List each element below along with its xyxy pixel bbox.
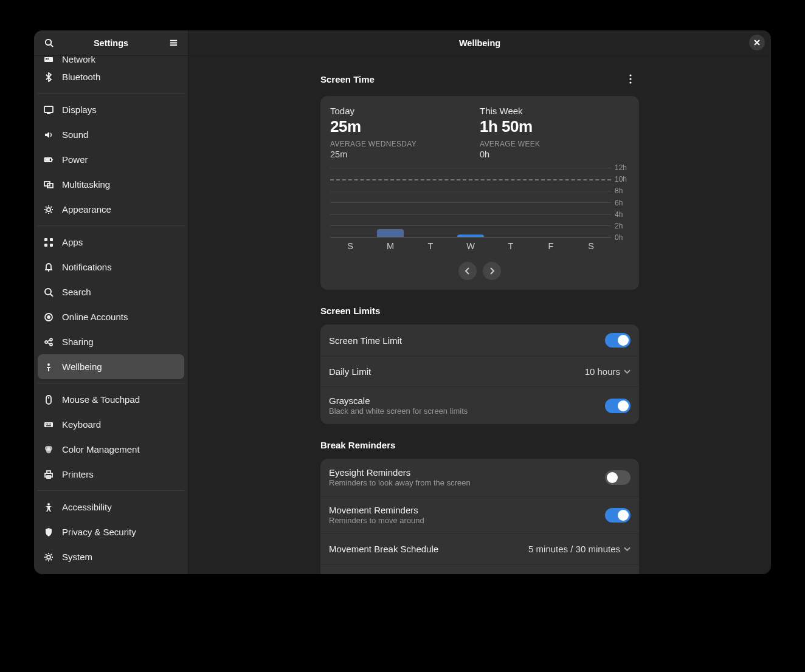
sounds-row: Sounds Play a sound when a break ends — [320, 564, 639, 574]
sidebar-item-label: Keyboard — [62, 419, 101, 430]
color-management-icon — [44, 445, 54, 454]
sidebar-item-accessibility[interactable]: Accessibility — [38, 495, 184, 519]
next-week-button[interactable] — [483, 262, 501, 280]
svg-rect-37 — [50, 423, 52, 425]
y-tick-label: 2h — [615, 222, 623, 230]
accessibility-icon — [44, 502, 54, 512]
sidebar-item-sound[interactable]: Sound — [38, 122, 184, 147]
appearance-icon — [44, 205, 54, 214]
sidebar-item-power[interactable]: Power — [38, 147, 184, 172]
svg-rect-6 — [46, 58, 47, 60]
screen-limits-heading: Screen Limits — [320, 306, 639, 316]
network-icon — [44, 56, 54, 64]
screen-time-heading: Screen Time — [320, 74, 375, 84]
sidebar-item-label: Wellbeing — [62, 362, 102, 372]
screen-time-menu-button[interactable] — [622, 70, 639, 87]
svg-rect-35 — [47, 423, 49, 425]
wellbeing-icon — [44, 362, 54, 372]
svg-point-51 — [629, 81, 631, 83]
sidebar-item-privacy-security[interactable]: Privacy & Security — [38, 519, 184, 544]
x-tick-label: T — [491, 241, 531, 251]
sidebar-item-online-accounts[interactable]: Online Accounts — [38, 304, 184, 329]
chart-xaxis: SMTWTFS — [330, 241, 629, 251]
search-button[interactable] — [40, 35, 57, 52]
sidebar-list[interactable]: NetworkBluetoothDisplaysSoundPowerMultit… — [34, 56, 188, 574]
sidebar-item-mouse-touchpad[interactable]: Mouse & Touchpad — [38, 387, 184, 412]
sidebar-item-notifications[interactable]: Notifications — [38, 255, 184, 279]
close-button[interactable] — [749, 35, 765, 50]
svg-rect-8 — [44, 106, 53, 112]
svg-rect-17 — [50, 238, 53, 241]
week-value: 1h 50m — [480, 117, 629, 136]
eyesight-toggle[interactable] — [605, 470, 631, 485]
sidebar-item-label: Apps — [62, 237, 83, 247]
chart-yaxis: 12h10h8h6h4h2h0h — [611, 168, 629, 238]
svg-line-22 — [50, 294, 53, 297]
sidebar-item-color-management[interactable]: Color Management — [38, 437, 184, 462]
prev-week-button[interactable] — [458, 262, 477, 280]
movement-schedule-label: Movement Break Schedule — [329, 544, 528, 554]
sidebar-item-displays[interactable]: Displays — [38, 97, 184, 122]
screen-time-limit-toggle[interactable] — [605, 333, 631, 348]
svg-point-50 — [629, 78, 631, 80]
content-scroll[interactable]: Screen Time Today 25m AVERAGE WEDNESDAY … — [188, 56, 771, 574]
y-tick-label: 10h — [615, 175, 627, 183]
svg-line-1 — [50, 44, 53, 47]
chevron-down-icon — [624, 369, 631, 374]
sidebar-item-sharing[interactable]: Sharing — [38, 329, 184, 354]
break-reminders-heading: Break Reminders — [320, 440, 639, 450]
menu-button[interactable] — [165, 35, 182, 52]
sidebar-item-multitasking[interactable]: Multitasking — [38, 172, 184, 197]
system-icon — [44, 552, 54, 562]
apps-icon — [44, 238, 54, 247]
sidebar-item-label: Notifications — [62, 262, 112, 272]
sidebar-item-label: Search — [62, 287, 91, 297]
svg-point-25 — [45, 341, 47, 343]
grayscale-row: Grayscale Black and white screen for scr… — [320, 386, 639, 424]
online-accounts-icon — [44, 312, 54, 322]
sidebar-item-label: Color Management — [62, 444, 140, 454]
sidebar-item-appearance[interactable]: Appearance — [38, 197, 184, 222]
svg-point-45 — [47, 503, 50, 506]
eyesight-label: Eyesight Reminders — [329, 467, 605, 478]
grayscale-label: Grayscale — [329, 396, 605, 406]
eyesight-sub: Reminders to look away from the screen — [329, 478, 605, 487]
search-icon — [44, 287, 54, 297]
screen-time-card: Today 25m AVERAGE WEDNESDAY 25m This Wee… — [320, 96, 639, 290]
sidebar-item-printers[interactable]: Printers — [38, 462, 184, 487]
y-tick-label: 12h — [615, 163, 627, 172]
page-title: Wellbeing — [459, 38, 500, 48]
svg-point-27 — [50, 343, 52, 346]
svg-point-49 — [629, 74, 631, 76]
daily-limit-row[interactable]: Daily Limit 10 hours — [320, 356, 639, 386]
sidebar-item-label: Sound — [62, 129, 88, 140]
sidebar-item-system[interactable]: System — [38, 544, 184, 569]
sidebar-item-wellbeing[interactable]: Wellbeing — [38, 354, 184, 379]
content-inner: Screen Time Today 25m AVERAGE WEDNESDAY … — [320, 70, 639, 550]
keyboard-icon — [44, 420, 54, 430]
week-stat: This Week 1h 50m AVERAGE WEEK 0h — [480, 106, 629, 159]
x-tick-label: S — [571, 241, 611, 251]
privacy-security-icon — [44, 527, 54, 537]
grayscale-toggle[interactable] — [605, 399, 631, 413]
y-tick-label: 4h — [615, 210, 623, 219]
sidebar-item-network[interactable]: Network — [38, 56, 184, 64]
sidebar-item-apps[interactable]: Apps — [38, 230, 184, 255]
chart-nav — [320, 253, 639, 290]
sidebar-item-bluetooth[interactable]: Bluetooth — [38, 64, 184, 89]
sidebar-item-keyboard[interactable]: Keyboard — [38, 412, 184, 437]
y-tick-label: 8h — [615, 187, 623, 195]
gridline — [330, 214, 611, 214]
app-title: Settings — [57, 38, 165, 48]
x-tick-label: W — [451, 241, 491, 251]
screen-time-limit-row: Screen Time Limit — [320, 324, 639, 356]
sidebar-item-search[interactable]: Search — [38, 279, 184, 304]
notifications-icon — [44, 262, 54, 272]
break-reminders-section: Break Reminders Eyesight Reminders Remin… — [320, 440, 639, 574]
movement-schedule-row[interactable]: Movement Break Schedule 5 minutes / 30 m… — [320, 533, 639, 564]
screen-limits-section: Screen Limits Screen Time Limit Daily Li… — [320, 306, 639, 424]
x-tick-label: T — [410, 241, 451, 251]
week-avg-label: AVERAGE WEEK — [480, 140, 629, 148]
svg-rect-18 — [44, 244, 47, 247]
movement-toggle[interactable] — [605, 508, 631, 523]
